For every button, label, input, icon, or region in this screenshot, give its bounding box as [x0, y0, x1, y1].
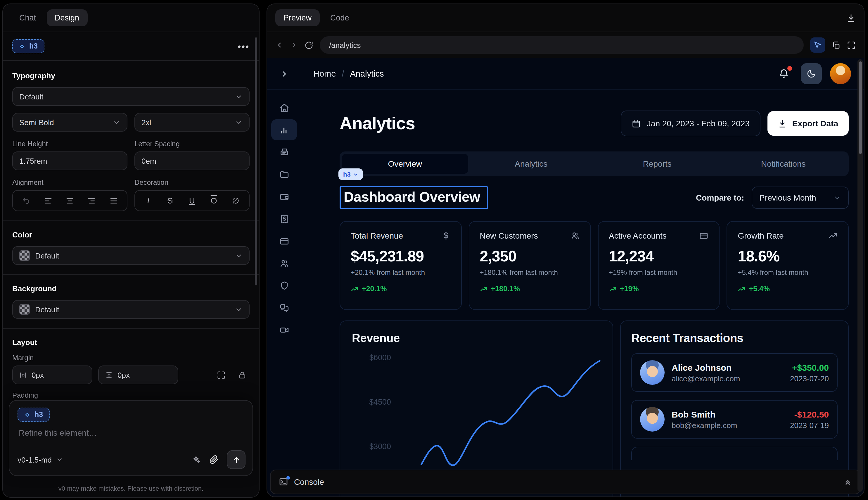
date-range-picker[interactable]: Jan 20, 2023 - Feb 09, 2023 — [621, 111, 761, 136]
sidebar-video-icon[interactable] — [271, 319, 297, 340]
align-left-icon[interactable] — [44, 196, 52, 205]
alignment-label: Alignment — [12, 178, 127, 186]
margin-y-input[interactable]: 0px — [98, 365, 178, 384]
select-element-pointer-icon[interactable] — [810, 37, 825, 53]
line-height-input[interactable]: 1.75rem — [12, 151, 127, 170]
sidebar-messages-icon[interactable] — [271, 297, 297, 318]
letter-spacing-input[interactable]: 0em — [135, 151, 250, 170]
dark-mode-toggle[interactable] — [801, 63, 822, 84]
transaction-date: 2023-07-20 — [790, 374, 829, 383]
refresh-icon[interactable] — [304, 41, 313, 49]
tab-notifications[interactable]: Notifications — [720, 154, 847, 174]
no-decoration-icon[interactable]: ∅ — [231, 196, 241, 205]
align-center-icon[interactable] — [66, 196, 74, 205]
export-data-button[interactable]: Export Data — [768, 111, 849, 136]
sparkles-icon[interactable] — [192, 455, 201, 464]
overline-icon[interactable]: O — [209, 196, 219, 205]
italic-icon[interactable]: I — [143, 196, 153, 205]
element-chip-h3[interactable]: h3 — [12, 39, 44, 53]
tab-chat[interactable]: Chat — [11, 9, 44, 26]
expand-margin-icon[interactable] — [213, 367, 229, 383]
sidebar-receipt-icon[interactable] — [271, 208, 297, 229]
dashboard-content: Analytics Jan 20, 2023 - Feb 09, 2023 Ex… — [339, 90, 849, 497]
download-icon[interactable] — [846, 13, 856, 23]
more-options-icon[interactable]: ••• — [238, 41, 250, 51]
underline-icon[interactable]: U — [187, 196, 197, 205]
sidebar-folder-icon[interactable] — [271, 164, 297, 185]
panel-scrollbar[interactable] — [255, 37, 257, 285]
selected-heading-outline[interactable]: Dashboard Overview — [339, 186, 488, 209]
submit-button[interactable] — [227, 450, 245, 469]
margin-label: Margin — [12, 354, 250, 362]
font-family-select[interactable]: Default — [12, 87, 250, 106]
sidebar-toggle-icon[interactable] — [280, 69, 289, 78]
sidebar-credit-card-icon[interactable] — [271, 230, 297, 251]
transaction-row[interactable]: Bob Smith bob@example.com -$120.50 2023-… — [631, 400, 837, 439]
chevron-down-icon — [56, 456, 63, 463]
line-height-label: Line Height — [12, 140, 127, 148]
composer-element-chip[interactable]: h3 — [18, 408, 49, 422]
sidebar-home-icon[interactable] — [271, 97, 297, 118]
page-title: Analytics — [339, 113, 415, 133]
user-avatar[interactable] — [830, 63, 851, 84]
copy-icon[interactable] — [832, 41, 841, 49]
transaction-date: 2023-07-19 — [790, 421, 829, 430]
preview-scrollbar[interactable] — [857, 59, 863, 492]
revenue-chart-title: Revenue — [352, 332, 601, 345]
preview-viewport: Home / Analytics — [267, 58, 864, 497]
selection-tag-chip[interactable]: h3 — [338, 168, 363, 180]
tab-preview[interactable]: Preview — [275, 9, 320, 26]
tab-reports[interactable]: Reports — [594, 154, 720, 174]
sidebar-shield-icon[interactable] — [271, 275, 297, 296]
sidebar-users-icon[interactable] — [271, 253, 297, 274]
paperclip-icon[interactable] — [209, 455, 219, 464]
download-icon — [778, 119, 787, 128]
sidebar-analytics-icon[interactable] — [271, 119, 297, 140]
tab-analytics[interactable]: Analytics — [468, 154, 594, 174]
chevrons-up-icon[interactable] — [843, 477, 852, 486]
url-input[interactable] — [328, 40, 796, 50]
scrollbar-thumb[interactable] — [858, 61, 862, 154]
margin-x-input[interactable]: 0px — [12, 365, 92, 384]
undo-icon[interactable] — [22, 196, 31, 205]
strikethrough-icon[interactable]: S — [165, 196, 175, 205]
background-title: Background — [12, 284, 250, 293]
transaction-row[interactable]: Alice Johnson alice@example.com +$350.00… — [631, 353, 837, 392]
font-size-select[interactable]: 2xl — [135, 113, 250, 132]
back-icon[interactable] — [275, 41, 283, 49]
font-weight-select[interactable]: Semi Bold — [12, 113, 127, 132]
background-select[interactable]: Default — [12, 300, 250, 319]
avatar — [640, 407, 664, 432]
model-select[interactable]: v0-1.5-md — [18, 455, 63, 464]
chevron-down-icon — [834, 194, 841, 202]
letter-spacing-label: Letter Spacing — [135, 140, 250, 148]
refine-input[interactable] — [18, 428, 247, 438]
credit-card-icon — [699, 231, 709, 240]
sidebar-wallet-icon[interactable] — [271, 186, 297, 207]
align-right-icon[interactable] — [88, 196, 96, 205]
stat-card-total-revenue: Total Revenue $45,231.89 +20.1% from las… — [339, 221, 462, 310]
breadcrumb-home[interactable]: Home — [313, 69, 336, 78]
url-field[interactable] — [320, 36, 804, 54]
align-justify-icon[interactable] — [109, 196, 118, 205]
forward-icon[interactable] — [290, 41, 298, 49]
margin-row: 0px 0px — [12, 365, 250, 384]
notifications-bell-icon[interactable] — [778, 68, 789, 79]
svg-text:$4500: $4500 — [369, 398, 391, 407]
compare-select[interactable]: Previous Month — [752, 186, 849, 209]
tab-design[interactable]: Design — [46, 9, 88, 26]
lock-margin-icon[interactable] — [234, 367, 250, 383]
fullscreen-icon[interactable] — [847, 41, 856, 49]
users-icon — [570, 231, 580, 240]
notification-dot — [787, 66, 792, 71]
console-bar[interactable]: Console — [270, 469, 861, 494]
margin-horizontal-icon — [19, 371, 27, 379]
chevron-down-icon — [235, 252, 243, 259]
decoration-label: Decoration — [135, 178, 250, 186]
tab-code[interactable]: Code — [322, 9, 357, 26]
sidebar-invoices-icon[interactable] — [271, 141, 297, 162]
color-select[interactable]: Default — [12, 246, 250, 265]
trending-up-icon — [738, 285, 745, 293]
design-panel: Chat Design h3 ••• Typography Default Se… — [2, 3, 259, 498]
refine-composer: h3 v0-1.5-md — [9, 400, 253, 476]
